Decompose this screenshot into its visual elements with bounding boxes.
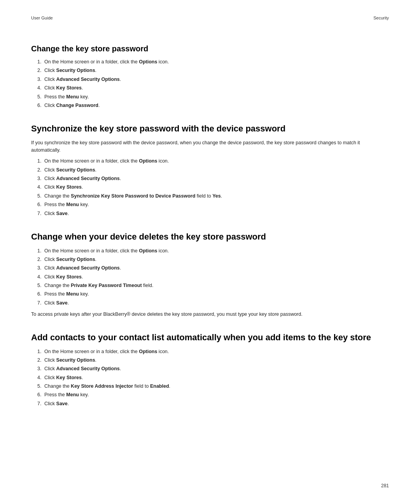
step-item-3-6: Click Save.: [43, 400, 389, 408]
step-item-1-0: On the Home screen or in a folder, click…: [43, 158, 389, 165]
bold-text: Key Stores: [56, 184, 82, 190]
step-item-3-3: Click Key Stores.: [43, 374, 389, 382]
normal-text: On the Home screen or in a folder, click…: [44, 59, 139, 65]
step-item-0-5: Click Change Password.: [43, 102, 389, 109]
steps-list-0: On the Home screen or in a folder, click…: [43, 58, 389, 109]
normal-text: Change the: [44, 283, 71, 288]
normal-text: icon.: [157, 349, 169, 354]
step-item-0-4: Press the Menu key.: [43, 93, 389, 101]
normal-text: Click: [44, 357, 56, 363]
normal-text: key.: [79, 202, 89, 207]
step-item-2-1: Click Security Options.: [43, 256, 389, 263]
step-item-1-5: Press the Menu key.: [43, 201, 389, 208]
step-item-0-1: Click Security Options.: [43, 67, 389, 74]
normal-text: icon.: [157, 59, 169, 65]
normal-text: .: [82, 274, 83, 280]
normal-text: Click: [44, 68, 56, 73]
normal-text: On the Home screen or in a folder, click…: [44, 349, 139, 354]
normal-text: .: [82, 85, 83, 91]
normal-text: On the Home screen or in a folder, click…: [44, 158, 139, 164]
normal-text: .: [95, 257, 96, 262]
normal-text: Click: [44, 274, 56, 280]
step-item-2-2: Click Advanced Security Options.: [43, 264, 389, 272]
bold-text: Advanced Security Options: [56, 77, 120, 82]
bold-text: Menu: [66, 202, 79, 207]
normal-text: .: [98, 103, 100, 108]
bold-text: Synchronize Key Store Password to Device…: [71, 193, 195, 199]
bold-text: Options: [139, 349, 157, 354]
section-note-2: To access private keys after your BlackB…: [31, 311, 389, 318]
normal-text: .: [120, 77, 121, 82]
step-item-3-0: On the Home screen or in a folder, click…: [43, 348, 389, 355]
section-synchronize-key-store-password: Synchronize the key store password with …: [31, 123, 389, 217]
bold-text: Security Options: [56, 167, 95, 173]
step-item-2-5: Press the Menu key.: [43, 290, 389, 298]
steps-list-2: On the Home screen or in a folder, click…: [43, 247, 389, 307]
step-item-2-3: Click Key Stores.: [43, 273, 389, 281]
normal-text: .: [95, 167, 96, 173]
section-title-3: Add contacts to your contact list automa…: [31, 332, 389, 343]
steps-list-1: On the Home screen or in a folder, click…: [43, 158, 389, 217]
bold-text: Private Key Password Timeout: [71, 283, 142, 288]
section-change-key-store-password: Change the key store passwordOn the Home…: [31, 44, 389, 109]
section-add-contacts-key-store: Add contacts to your contact list automa…: [31, 332, 389, 408]
page-number: 281: [381, 483, 389, 488]
normal-text: Click: [44, 176, 56, 181]
bold-text: Advanced Security Options: [56, 265, 120, 271]
normal-text: Press the: [44, 202, 66, 207]
normal-text: Click: [44, 375, 56, 380]
step-item-2-6: Click Save.: [43, 299, 389, 307]
step-item-0-3: Click Key Stores.: [43, 84, 389, 92]
normal-text: .: [82, 184, 83, 190]
page-header: User Guide Security: [31, 16, 389, 20]
section-description-1: If you synchronize the key store passwor…: [31, 139, 389, 154]
bold-text: Advanced Security Options: [56, 366, 120, 371]
sections-container: Change the key store passwordOn the Home…: [31, 44, 389, 408]
normal-text: .: [68, 211, 69, 216]
bold-text: Menu: [66, 94, 79, 100]
step-item-0-0: On the Home screen or in a folder, click…: [43, 58, 389, 66]
normal-text: Press the: [44, 392, 66, 397]
bold-text: Yes: [212, 193, 221, 199]
step-item-1-2: Click Advanced Security Options.: [43, 175, 389, 182]
step-item-2-0: On the Home screen or in a folder, click…: [43, 247, 389, 255]
page-container: User Guide Security Change the key store…: [0, 0, 420, 504]
step-item-1-1: Click Security Options.: [43, 166, 389, 174]
normal-text: .: [82, 375, 83, 380]
bold-text: Options: [139, 59, 157, 65]
normal-text: Change the: [44, 193, 71, 199]
normal-text: .: [68, 401, 69, 406]
section-change-when-device-deletes: Change when your device deletes the key …: [31, 231, 389, 318]
bold-text: Save: [56, 401, 68, 406]
bold-text: Enabled: [150, 383, 169, 389]
normal-text: Click: [44, 300, 56, 306]
normal-text: Click: [44, 184, 56, 190]
bold-text: Options: [139, 248, 157, 254]
bold-text: Security Options: [56, 68, 95, 73]
step-item-2-4: Change the Private Key Password Timeout …: [43, 282, 389, 289]
normal-text: .: [221, 193, 222, 199]
normal-text: .: [95, 68, 96, 73]
bold-text: Options: [139, 158, 157, 164]
step-item-1-3: Click Key Stores.: [43, 184, 389, 191]
section-title-1: Synchronize the key store password with …: [31, 123, 389, 135]
normal-text: Click: [44, 167, 56, 173]
normal-text: .: [120, 265, 121, 271]
bold-text: Security Options: [56, 257, 95, 262]
step-item-1-6: Click Save.: [43, 210, 389, 217]
normal-text: Click: [44, 211, 56, 216]
bold-text: Change Password: [56, 103, 98, 108]
step-item-3-4: Change the Key Store Address Injector fi…: [43, 383, 389, 390]
header-left: User Guide: [31, 16, 53, 20]
bold-text: Key Stores: [56, 375, 82, 380]
bold-text: Save: [56, 211, 68, 216]
bold-text: Menu: [66, 291, 79, 297]
step-item-1-4: Change the Synchronize Key Store Passwor…: [43, 192, 389, 200]
normal-text: .: [68, 300, 69, 306]
normal-text: icon.: [157, 248, 169, 254]
normal-text: Click: [44, 366, 56, 371]
normal-text: On the Home screen or in a folder, click…: [44, 248, 139, 254]
section-title-0: Change the key store password: [31, 44, 389, 54]
normal-text: .: [95, 357, 96, 363]
normal-text: .: [120, 176, 121, 181]
